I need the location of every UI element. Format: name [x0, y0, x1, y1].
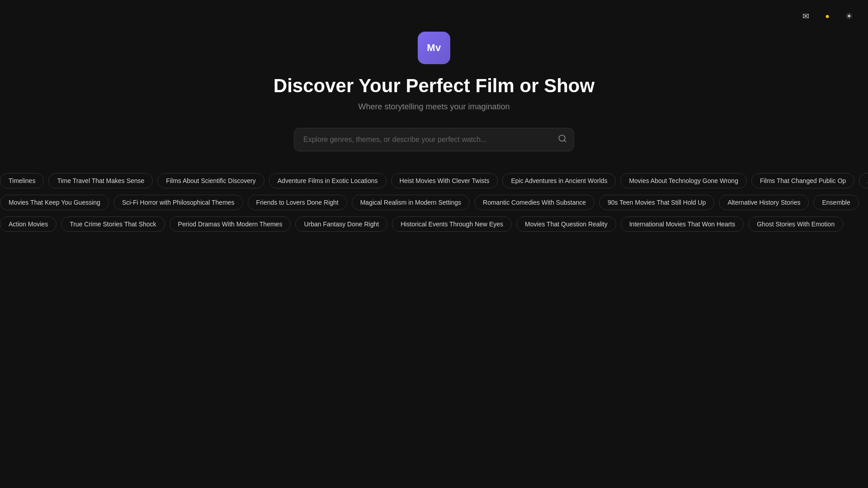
tags-section: Timelines Time Travel That Makes Sense F…	[0, 173, 868, 232]
main-content: Mv Discover Your Perfect Film or Show Wh…	[0, 0, 868, 232]
app-logo: Mv	[418, 32, 450, 64]
tag-changed-public-op[interactable]: Films That Changed Public Op	[751, 173, 854, 188]
tag-alternative-history-1[interactable]: Alternative History Stories	[859, 173, 868, 188]
tag-scientific-discovery[interactable]: Films About Scientific Discovery	[157, 173, 264, 188]
search-container	[294, 128, 574, 151]
tag-ensemble-2[interactable]: Ensemble	[813, 195, 859, 210]
page-subtitle: Where storytelling meets your imaginatio…	[358, 102, 509, 112]
svg-line-1	[564, 140, 566, 142]
tag-timelines[interactable]: Timelines	[0, 173, 44, 188]
user-icon: ●	[825, 12, 830, 20]
mail-button[interactable]: ✉	[797, 8, 814, 24]
theme-icon: ☀	[845, 11, 853, 21]
tag-exotic-locations[interactable]: Adventure Films in Exotic Locations	[269, 173, 387, 188]
tag-romantic-comedies[interactable]: Romantic Comedies With Substance	[474, 195, 594, 210]
user-button[interactable]: ●	[819, 8, 835, 24]
theme-toggle-button[interactable]: ☀	[841, 8, 857, 24]
tag-true-crime[interactable]: True Crime Stories That Shock	[61, 216, 165, 232]
tag-period-dramas[interactable]: Period Dramas With Modern Themes	[170, 216, 291, 232]
tag-time-travel[interactable]: Time Travel That Makes Sense	[48, 173, 153, 188]
header: ✉ ● ☀	[787, 0, 868, 33]
tag-technology-wrong[interactable]: Movies About Technology Gone Wrong	[620, 173, 747, 188]
tag-90s-teen[interactable]: 90s Teen Movies That Still Hold Up	[599, 195, 714, 210]
tags-row-3: Action Movies True Crime Stories That Sh…	[0, 216, 868, 232]
tag-international-movies[interactable]: International Movies That Won Hearts	[621, 216, 744, 232]
tag-ancient-worlds[interactable]: Epic Adventures in Ancient Worlds	[502, 173, 616, 188]
tag-heist-clever[interactable]: Heist Movies With Clever Twists	[391, 173, 498, 188]
tag-keep-guessing[interactable]: Movies That Keep You Guessing	[0, 195, 109, 210]
tags-row-1: Timelines Time Travel That Makes Sense F…	[0, 173, 868, 188]
tag-magical-realism[interactable]: Magical Realism in Modern Settings	[352, 195, 470, 210]
search-icon	[558, 134, 567, 145]
tag-action-movies[interactable]: Action Movies	[0, 216, 57, 232]
tags-row-2: Movies That Keep You Guessing Sci-Fi Hor…	[0, 195, 868, 210]
tag-question-reality[interactable]: Movies That Question Reality	[516, 216, 616, 232]
tag-alternative-history-2[interactable]: Alternative History Stories	[719, 195, 809, 210]
tag-historical-events[interactable]: Historical Events Through New Eyes	[392, 216, 512, 232]
tag-urban-fantasy[interactable]: Urban Fantasy Done Right	[295, 216, 387, 232]
tag-scifi-horror[interactable]: Sci-Fi Horror with Philosophical Themes	[113, 195, 243, 210]
search-button[interactable]	[558, 134, 567, 145]
page-title: Discover Your Perfect Film or Show	[274, 75, 594, 97]
mail-icon: ✉	[802, 11, 809, 21]
logo-text: Mv	[427, 42, 441, 54]
search-input[interactable]	[294, 128, 574, 151]
tag-friends-lovers[interactable]: Friends to Lovers Done Right	[248, 195, 347, 210]
tag-ghost-stories[interactable]: Ghost Stories With Emotion	[748, 216, 843, 232]
